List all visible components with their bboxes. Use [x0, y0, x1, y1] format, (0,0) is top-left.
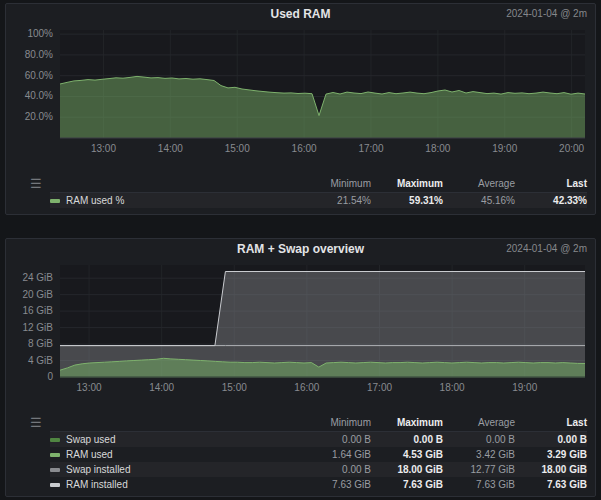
series-label[interactable]: RAM used %: [50, 193, 299, 209]
stat-value: 7.63 GiB: [443, 477, 515, 492]
stat-value: 18.00 GiB: [515, 462, 587, 477]
y-axis-tick-label: 0: [47, 371, 53, 382]
legend-header-minimum[interactable]: Minimum: [299, 415, 371, 432]
x-axis-tick-label: 19:00: [512, 382, 537, 393]
y-axis-tick-label: 12 GiB: [22, 322, 53, 333]
legend-table: MinimumMaximumAverageLastRAM used %21.54…: [50, 176, 587, 208]
series-label-text: Swap installed: [66, 464, 130, 475]
panel-title[interactable]: RAM + Swap overview: [237, 242, 364, 256]
legend-header-last[interactable]: Last: [515, 415, 587, 432]
legend-header-minimum[interactable]: Minimum: [299, 176, 371, 193]
series-label[interactable]: Swap used: [50, 432, 299, 448]
stat-value: 59.31%: [371, 193, 443, 209]
stat-value: 0.00 B: [371, 432, 443, 448]
legend-row: RAM used %21.54%59.31%45.16%42.33%: [50, 193, 587, 209]
y-axis-tick-label: 20.0%: [25, 111, 53, 122]
stat-value: 0.00 B: [299, 432, 371, 448]
y-axis-tick-label: 24 GiB: [22, 272, 53, 283]
x-axis-tick-label: 16:00: [294, 382, 319, 393]
stat-value: 4.53 GiB: [371, 447, 443, 462]
legend-header-spacer: [50, 415, 299, 432]
series-label-text: RAM installed: [66, 479, 128, 490]
stat-value: 21.54%: [299, 193, 371, 209]
y-axis-tick-label: 8 GiB: [28, 338, 53, 349]
used-ram-legend: ☰MinimumMaximumAverageLastRAM used %21.5…: [6, 176, 595, 208]
legend-header-maximum[interactable]: Maximum: [371, 176, 443, 193]
stat-value: 1.64 GiB: [299, 447, 371, 462]
y-axis-tick-label: 4 GiB: [28, 355, 53, 366]
y-axis-tick-label: 100%: [27, 28, 53, 39]
series-color-swatch[interactable]: [50, 483, 60, 487]
x-axis-tick-label: 15:00: [225, 143, 250, 154]
y-axis-tick-label: 40.0%: [25, 90, 53, 101]
stat-value: 3.42 GiB: [443, 447, 515, 462]
x-axis-tick-label: 19:00: [492, 143, 517, 154]
y-axis-tick-label: 20 GiB: [22, 289, 53, 300]
legend-header-average[interactable]: Average: [443, 415, 515, 432]
x-axis-tick-label: 17:00: [367, 382, 392, 393]
x-axis-tick-label: 15:00: [222, 382, 247, 393]
chart-svg: 13:0014:0015:0016:0017:0018:0019:0004 Gi…: [8, 259, 593, 397]
panel-ram-swap-overview: RAM + Swap overview 2024-01-04 @ 2m 13:0…: [5, 238, 596, 497]
used-ram-chart[interactable]: 13:0014:0015:0016:0017:0018:0019:0020:00…: [8, 24, 595, 162]
legend-menu-icon[interactable]: ☰: [30, 416, 42, 429]
legend-header-spacer: [50, 176, 299, 193]
ram-swap-legend: ☰MinimumMaximumAverageLastSwap used0.00 …: [6, 415, 595, 492]
series-color-swatch[interactable]: [50, 468, 60, 472]
panel-timestamp: 2024-01-04 @ 2m: [506, 243, 587, 254]
stat-value: 0.00 B: [515, 432, 587, 448]
panel-timestamp: 2024-01-04 @ 2m: [506, 8, 587, 19]
panel-title[interactable]: Used RAM: [270, 7, 330, 21]
chart-svg: 13:0014:0015:0016:0017:0018:0019:0020:00…: [8, 24, 593, 158]
ram-swap-chart[interactable]: 13:0014:0015:0016:0017:0018:0019:0004 Gi…: [8, 259, 595, 401]
series-label-text: Swap used: [66, 434, 115, 445]
legend-header-last[interactable]: Last: [515, 176, 587, 193]
stat-value: 42.33%: [515, 193, 587, 209]
dashboard: Used RAM 2024-01-04 @ 2m 13:0014:0015:00…: [0, 0, 601, 500]
legend-header-maximum[interactable]: Maximum: [371, 415, 443, 432]
stat-value: 3.29 GiB: [515, 447, 587, 462]
series-label[interactable]: RAM used: [50, 447, 299, 462]
legend-header-average[interactable]: Average: [443, 176, 515, 193]
stat-value: 18.00 GiB: [371, 462, 443, 477]
series-label[interactable]: Swap installed: [50, 462, 299, 477]
panel-header: RAM + Swap overview 2024-01-04 @ 2m: [6, 239, 595, 259]
panel-header: Used RAM 2024-01-04 @ 2m: [6, 4, 595, 24]
x-axis-tick-label: 16:00: [292, 143, 317, 154]
x-axis-tick-label: 20:00: [559, 143, 584, 154]
series-label-text: RAM used %: [66, 195, 124, 206]
x-axis-tick-label: 18:00: [425, 143, 450, 154]
series-label-text: RAM used: [66, 449, 113, 460]
series-color-swatch[interactable]: [50, 438, 60, 442]
legend-row: Swap used0.00 B0.00 B0.00 B0.00 B: [50, 432, 587, 448]
x-axis-tick-label: 14:00: [158, 143, 183, 154]
stat-value: 45.16%: [443, 193, 515, 209]
y-axis-tick-label: 60.0%: [25, 70, 53, 81]
stat-value: 7.63 GiB: [299, 477, 371, 492]
x-axis-tick-label: 18:00: [440, 382, 465, 393]
series-color-swatch[interactable]: [50, 199, 60, 203]
x-axis-tick-label: 17:00: [358, 143, 383, 154]
legend-row: Swap installed0.00 B18.00 GiB12.77 GiB18…: [50, 462, 587, 477]
legend-menu-icon[interactable]: ☰: [30, 177, 42, 190]
legend-row: RAM used1.64 GiB4.53 GiB3.42 GiB3.29 GiB: [50, 447, 587, 462]
x-axis-tick-label: 14:00: [149, 382, 174, 393]
y-axis-tick-label: 16 GiB: [22, 305, 53, 316]
panel-used-ram: Used RAM 2024-01-04 @ 2m 13:0014:0015:00…: [5, 3, 596, 215]
stat-value: 0.00 B: [443, 432, 515, 448]
stat-value: 7.63 GiB: [371, 477, 443, 492]
series-color-swatch[interactable]: [50, 453, 60, 457]
y-axis-tick-label: 80.0%: [25, 49, 53, 60]
stat-value: 7.63 GiB: [515, 477, 587, 492]
x-axis-tick-label: 13:00: [77, 382, 102, 393]
x-axis-tick-label: 13:00: [91, 143, 116, 154]
legend-row: RAM installed7.63 GiB7.63 GiB7.63 GiB7.6…: [50, 477, 587, 492]
stat-value: 12.77 GiB: [443, 462, 515, 477]
legend-table: MinimumMaximumAverageLastSwap used0.00 B…: [50, 415, 587, 492]
series-label[interactable]: RAM installed: [50, 477, 299, 492]
stat-value: 0.00 B: [299, 462, 371, 477]
